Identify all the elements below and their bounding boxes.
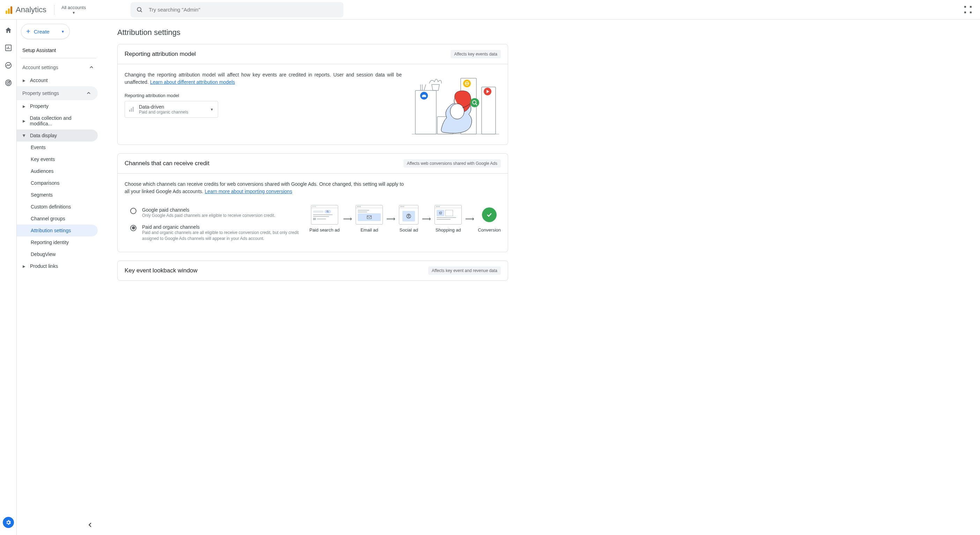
card-badge: Affects web conversions shared with Goog… [403, 159, 501, 168]
svg-line-21 [424, 85, 426, 91]
radio-label: Paid and organic channels [142, 224, 299, 230]
arrow-right-icon: ⟶ [465, 215, 474, 223]
sidebar-item-data-collection[interactable]: ▶ Data collection and modifica... [17, 112, 98, 129]
account-selector-label: All accounts [61, 5, 86, 10]
caret-right-icon: ▶ [22, 119, 26, 123]
chevron-up-icon [85, 90, 92, 97]
check-icon [482, 208, 496, 222]
svg-rect-12 [131, 108, 132, 112]
sidebar-sub-audiences[interactable]: Audiences [17, 165, 98, 177]
sidebar-item-label: Account [30, 78, 48, 83]
sidebar-section-property-settings[interactable]: Property settings [17, 86, 98, 100]
sidebar-sub-attribution-settings[interactable]: Attribution settings [17, 225, 98, 236]
chevron-down-icon: ▼ [210, 107, 213, 112]
section-label: Property settings [22, 91, 59, 96]
card-channels-credit: Channels that can receive credit Affects… [117, 153, 508, 252]
app-header: Analytics All accounts ▼ [0, 0, 980, 19]
svg-point-23 [450, 104, 464, 119]
chevron-down-icon: ▼ [72, 11, 75, 15]
card-badge: Affects key event and revenue data [428, 267, 501, 275]
bars-icon [129, 107, 135, 112]
plus-icon: + [26, 27, 30, 36]
sidebar-item-label: Product links [30, 263, 58, 269]
sidebar-item-setup-assistant[interactable]: Setup Assistant [17, 45, 100, 56]
radio-paid-organic-channels[interactable]: Paid and organic channels Paid and organ… [125, 222, 299, 245]
svg-point-37 [408, 215, 409, 216]
card-title: Key event lookback window [125, 267, 197, 274]
learn-more-link[interactable]: Learn more about importing conversions [205, 188, 293, 194]
page-title: Attribution settings [117, 28, 972, 37]
svg-line-10 [8, 81, 11, 83]
illustration [410, 71, 501, 137]
radio-icon [130, 225, 137, 231]
caret-down-icon: ▶ [22, 134, 26, 137]
flow-label: Paid search ad [310, 227, 340, 233]
advertising-icon[interactable] [5, 79, 12, 86]
sidebar-section-account-settings[interactable]: Account settings [17, 61, 100, 74]
sidebar-item-label: Data collection and modifica... [30, 115, 92, 126]
admin-gear-button[interactable] [3, 517, 14, 528]
card-reporting-attribution-model: Reporting attribution model Affects key … [117, 44, 508, 145]
main-content: Attribution settings Reporting attributi… [100, 19, 980, 535]
card-title: Reporting attribution model [125, 51, 196, 57]
sidebar-sub-key-events[interactable]: Key events [17, 153, 98, 165]
account-selector[interactable]: All accounts ▼ [54, 5, 93, 15]
flow-label: Shopping ad [436, 227, 461, 233]
create-button[interactable]: + Create ▼ [21, 24, 70, 39]
chevron-up-icon [88, 64, 95, 71]
sidebar-item-account[interactable]: ▶ Account [17, 74, 98, 86]
svg-point-0 [137, 7, 141, 11]
sidebar-item-property[interactable]: ▶ Property [17, 100, 98, 112]
card-badge: Affects key events data [450, 50, 501, 58]
flow-label: Social ad [399, 227, 418, 233]
card-description: Changing the reporting attribution model… [125, 71, 402, 86]
brand-name: Analytics [16, 5, 46, 14]
radio-google-paid-channels[interactable]: Google paid channels Only Google Ads pai… [125, 205, 299, 222]
sidebar-sub-custom-definitions[interactable]: Custom definitions [17, 201, 98, 213]
card-title: Channels that can receive credit [125, 160, 209, 167]
svg-line-1 [141, 11, 142, 12]
section-label: Account settings [22, 65, 58, 70]
explore-icon[interactable] [5, 61, 12, 69]
collapse-sidebar-button[interactable] [87, 521, 94, 529]
search-icon [136, 6, 143, 13]
svg-point-28 [470, 98, 479, 107]
apps-icon [964, 6, 972, 13]
sidebar-sub-reporting-identity[interactable]: Reporting identity [17, 236, 98, 248]
attribution-model-dropdown[interactable]: Data-driven Paid and organic channels ▼ [125, 101, 218, 118]
flow-label: Email ad [361, 227, 378, 233]
dropdown-value: Data-driven [139, 104, 207, 110]
search-input[interactable] [149, 6, 338, 13]
sidebar-sub-channel-groups[interactable]: Channel groups [17, 213, 98, 225]
admin-sidebar: + Create ▼ Setup Assistant Account setti… [17, 19, 100, 535]
arrow-right-icon: ⟶ [422, 215, 431, 223]
caret-right-icon: ▶ [22, 78, 26, 82]
learn-more-link[interactable]: Learn about different attribution models [150, 79, 235, 85]
create-button-label: Create [34, 29, 49, 35]
logo[interactable]: Analytics [6, 5, 51, 14]
arrow-right-icon: ⟶ [343, 215, 352, 223]
analytics-logo-icon [6, 6, 12, 14]
sidebar-sub-comparisons[interactable]: Comparisons [17, 177, 98, 189]
sidebar-item-label: Property [30, 103, 49, 109]
svg-rect-13 [133, 107, 134, 112]
radio-description: Only Google Ads paid channels are eligib… [142, 213, 275, 219]
home-icon[interactable] [5, 27, 12, 34]
icon-rail [0, 19, 17, 535]
card-description: Choose which channels can receive credit… [125, 180, 404, 195]
caret-right-icon: ▶ [22, 104, 26, 108]
reports-icon[interactable] [5, 44, 12, 52]
sidebar-sub-events[interactable]: Events [17, 141, 98, 153]
search-box[interactable] [130, 2, 344, 18]
chevron-down-icon: ▼ [61, 30, 65, 34]
sidebar-item-data-display[interactable]: ▶ Data display [17, 129, 98, 141]
sidebar-item-product-links[interactable]: ▶ Product links [17, 260, 98, 272]
conversion-flow-diagram: Paid search ad ⟶ Email ad [310, 205, 501, 233]
sidebar-sub-segments[interactable]: Segments [17, 189, 98, 201]
caret-right-icon: ▶ [22, 264, 26, 268]
apps-button[interactable] [961, 3, 974, 16]
sidebar-sub-debugview[interactable]: DebugView [17, 248, 98, 260]
arrow-right-icon: ⟶ [387, 215, 395, 223]
flow-label: Conversion [478, 227, 501, 233]
svg-line-34 [328, 212, 329, 213]
